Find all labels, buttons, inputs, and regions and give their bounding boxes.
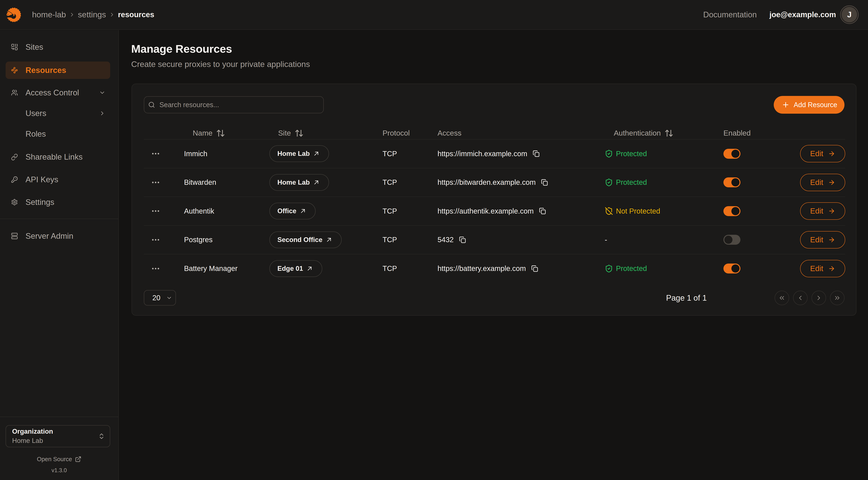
copy-button[interactable]	[531, 265, 538, 272]
table-row: Bitwarden Home Lab TCP https://bitwarden…	[144, 168, 845, 197]
sort-icon	[216, 129, 225, 138]
combine-icon	[11, 43, 18, 51]
site-link[interactable]: Home Lab	[270, 174, 329, 191]
arrow-right-icon	[828, 236, 835, 243]
site-link[interactable]: Home Lab	[270, 145, 329, 162]
prev-page-button[interactable]	[793, 291, 808, 305]
row-actions-button[interactable]	[146, 175, 165, 190]
external-link-icon	[75, 456, 82, 462]
edit-button[interactable]: Edit	[800, 202, 845, 220]
sidebar-item-settings[interactable]: Settings	[6, 193, 110, 211]
row-actions-button[interactable]	[146, 233, 165, 247]
row-actions-button[interactable]	[146, 261, 165, 276]
page-subtitle: Create secure proxies to your private ap…	[131, 60, 868, 69]
copy-button[interactable]	[459, 236, 466, 243]
breadcrumb: home-lab settings resources	[32, 10, 154, 19]
enabled-toggle[interactable]	[723, 149, 740, 159]
copy-button[interactable]	[541, 179, 548, 186]
edit-button[interactable]: Edit	[800, 145, 845, 162]
row-actions-button[interactable]	[146, 146, 165, 161]
edit-button[interactable]: Edit	[800, 231, 845, 248]
arrow-right-icon	[828, 179, 835, 186]
last-page-button[interactable]	[830, 291, 844, 305]
breadcrumb-org[interactable]: home-lab	[32, 10, 66, 19]
sidebar-item-access-control[interactable]: Access Control	[6, 84, 110, 101]
protocol-value: TCP	[382, 207, 397, 215]
table-toolbar: Add Resource	[132, 84, 856, 114]
auth-status: Protected	[616, 150, 647, 158]
chevron-left-icon	[797, 294, 804, 302]
column-label: Name	[193, 129, 212, 138]
edit-button[interactable]: Edit	[800, 174, 845, 191]
open-source-label: Open Source	[37, 456, 72, 462]
sidebar-item-shareable-links[interactable]: Shareable Links	[6, 148, 110, 166]
version-label: v1.3.0	[0, 467, 118, 474]
breadcrumb-resources[interactable]: resources	[118, 10, 154, 19]
ellipsis-icon	[151, 264, 160, 273]
column-header-site[interactable]: Site	[270, 129, 382, 138]
site-link[interactable]: Edge 01	[270, 260, 322, 277]
sort-icon	[664, 129, 674, 138]
copy-icon	[531, 265, 538, 272]
sidebar-bottom: Organization Home Lab Open Source v1.3.0	[0, 417, 118, 480]
search-icon	[148, 101, 155, 108]
sidebar-item-sites[interactable]: Sites	[6, 38, 110, 56]
breadcrumb-settings[interactable]: settings	[78, 10, 106, 19]
arrow-up-right-icon	[313, 150, 319, 157]
next-page-button[interactable]	[811, 291, 826, 305]
copy-icon	[533, 150, 539, 157]
resources-card: Add Resource Name Site Protocol Access A…	[131, 84, 857, 316]
topbar-right: Documentation joe@example.com J	[703, 5, 868, 24]
site-link[interactable]: Second Office	[270, 232, 342, 248]
page-size-select[interactable]: 20	[144, 290, 176, 305]
search-input[interactable]	[159, 101, 319, 109]
waypoints-icon	[11, 67, 18, 74]
chevron-right-icon	[69, 11, 75, 18]
protocol-value: TCP	[382, 264, 397, 272]
arrow-right-icon	[828, 265, 835, 272]
organization-selector[interactable]: Organization Home Lab	[6, 425, 110, 447]
arrow-right-icon	[828, 150, 835, 157]
ellipsis-icon	[151, 150, 160, 158]
enabled-toggle[interactable]	[723, 206, 740, 216]
enabled-toggle[interactable]	[723, 235, 740, 245]
user-email[interactable]: joe@example.com	[769, 10, 836, 19]
sidebar-item-server-admin[interactable]: Server Admin	[6, 227, 110, 245]
organization-label: Organization	[12, 427, 53, 436]
shield-check-icon	[605, 264, 613, 273]
add-resource-label: Add Resource	[794, 101, 837, 109]
sidebar-item-users[interactable]: Users	[6, 104, 110, 122]
copy-button[interactable]	[539, 208, 546, 214]
sidebar-divider	[0, 219, 118, 219]
access-url: https://immich.example.com	[437, 150, 527, 158]
toggle-knob	[724, 236, 733, 244]
edit-button[interactable]: Edit	[800, 260, 845, 277]
chevrons-up-down-icon	[98, 432, 105, 440]
edit-label: Edit	[810, 178, 823, 187]
first-page-button[interactable]	[775, 291, 789, 305]
add-resource-button[interactable]: Add Resource	[774, 96, 844, 114]
table-wrap: Name Site Protocol Access Authentication…	[144, 122, 844, 283]
column-label: Site	[278, 129, 291, 138]
open-source-link[interactable]: Open Source	[0, 455, 118, 463]
avatar[interactable]: J	[840, 5, 859, 24]
protocol-value: TCP	[382, 150, 397, 158]
sidebar-item-roles[interactable]: Roles	[6, 125, 110, 143]
site-link[interactable]: Office	[270, 203, 316, 219]
organization-value: Home Lab	[12, 436, 53, 445]
column-header-authentication[interactable]: Authentication	[605, 129, 723, 138]
sidebar-item-resources[interactable]: Resources	[6, 62, 110, 79]
table-row: Immich Home Lab TCP https://immich.examp…	[144, 139, 845, 168]
gear-icon	[11, 199, 18, 206]
copy-button[interactable]	[533, 150, 539, 157]
sidebar: Sites Resources Access Control Users Rol…	[0, 30, 119, 480]
sidebar-item-api-keys[interactable]: API Keys	[6, 171, 110, 188]
row-actions-button[interactable]	[146, 204, 165, 218]
enabled-toggle[interactable]	[723, 264, 740, 273]
enabled-toggle[interactable]	[723, 177, 740, 187]
column-header-name[interactable]: Name	[184, 129, 270, 138]
table-row: Authentik Office TCP https://authentik.e…	[144, 197, 845, 226]
documentation-link[interactable]: Documentation	[703, 10, 757, 19]
table-row: Postgres Second Office TCP 5432 - Edit	[144, 226, 845, 254]
sidebar-item-label: Sites	[26, 42, 43, 52]
